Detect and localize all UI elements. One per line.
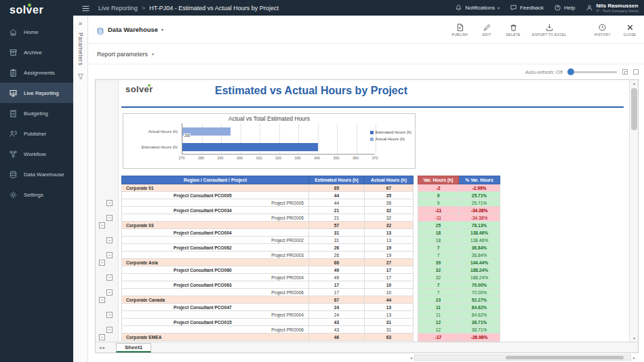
x-tick-label: 350 <box>329 156 343 160</box>
user-organization: IT - Tech Company Demo <box>597 9 639 13</box>
estimated-hours-cell: 24 <box>309 311 365 319</box>
auto-refresh-slider[interactable] <box>568 71 617 73</box>
var-hours-cell: -11 <box>418 214 459 222</box>
sidebar-item-archive[interactable]: Archive <box>0 42 73 62</box>
estimated-hours-cell: 57 <box>309 222 365 229</box>
var-hours-cell: 7 <box>418 244 459 252</box>
outline-collapse-button[interactable]: − <box>106 215 113 221</box>
x-tick-label: 320 <box>272 156 285 160</box>
estimated-hours-cell: 21 <box>309 207 365 214</box>
outline-collapse-button[interactable]: − <box>106 289 113 296</box>
legend-entry: Estimated Hours (h) <box>370 130 411 134</box>
outline-collapse-button[interactable]: − <box>106 200 113 206</box>
publish-button[interactable]: PUBLISH <box>452 22 468 37</box>
report-parameters-dropdown[interactable]: Report parameters ▾ <box>88 44 644 64</box>
actual-hours-cell: 31 <box>365 319 414 326</box>
scroll-down-icon[interactable]: ▼ <box>630 336 639 340</box>
estimated-hours-cell: 66 <box>309 259 365 266</box>
outline-collapse-button[interactable]: − <box>99 222 105 228</box>
chart-xticks: 270280290300310320330340350360370 <box>182 156 375 161</box>
y-category-label: Actual Hours (h) <box>148 129 178 134</box>
actual-hours-cell: 13 <box>365 237 414 244</box>
export-to-excel-button[interactable]: EXPORT TO EXCEL <box>532 22 567 37</box>
var-hours-cell: 11 <box>418 304 459 311</box>
outline-collapse-button[interactable]: − <box>106 237 113 243</box>
column-gap <box>414 252 418 259</box>
vertical-scrollbar[interactable]: ▲ ▼ <box>629 80 638 342</box>
bar-data-label: 295 <box>184 134 190 138</box>
fullscreen-icon[interactable] <box>633 69 639 75</box>
history-button[interactable]: HISTORY <box>595 22 611 37</box>
logo-accent-dot <box>148 84 150 87</box>
close-button[interactable]: CLOSE <box>622 22 637 37</box>
data-source-label: Data Warehouse <box>108 26 158 33</box>
bell-icon <box>455 4 462 12</box>
sidebar-item-label: Data Warehouse <box>24 172 64 178</box>
table-row: Project PRO0032619736.84% <box>122 252 500 259</box>
outline-collapse-button[interactable]: − <box>106 275 113 281</box>
estimated-hours-cell: 49 <box>309 266 365 274</box>
actual-hours-cell: 17 <box>365 266 414 274</box>
column-gap <box>414 266 418 274</box>
outline-collapse-button[interactable]: − <box>106 327 113 333</box>
close-icon <box>626 22 635 31</box>
row-label: Project PRO003 <box>122 252 309 259</box>
sidebar-item-home[interactable]: Home <box>0 22 73 42</box>
sidebar-item-live-reporting[interactable]: Live Reporting <box>0 83 73 103</box>
column-gap <box>414 237 418 244</box>
actual-hours-cell: 32 <box>365 207 414 214</box>
slider-knob[interactable] <box>567 68 574 75</box>
data-source-dropdown[interactable]: Data Warehouse ▾ <box>96 26 163 34</box>
outline-collapse-button[interactable]: − <box>99 334 105 340</box>
sidebar-item-label: Workflow <box>24 151 46 157</box>
estimated-hours-cell: 26 <box>309 252 365 259</box>
publisher-icon <box>9 129 18 138</box>
horizontal-scrollbar[interactable] <box>414 355 631 361</box>
scroll-up-icon[interactable]: ▲ <box>630 81 639 85</box>
outline-collapse-button[interactable]: − <box>106 312 113 318</box>
menu-icon[interactable] <box>81 3 90 12</box>
outline-collapse-button[interactable]: − <box>99 260 105 266</box>
legend-swatch <box>370 131 374 134</box>
sidebar-item-publisher[interactable]: Publisher <box>0 123 73 144</box>
user-menu[interactable]: Nils Rasmussen IT - Tech Company Demo <box>586 3 639 14</box>
estimated-hours-cell: 31 <box>309 237 365 244</box>
column-gap <box>414 311 418 319</box>
column-gap <box>414 326 418 334</box>
edit-button[interactable]: EDIT <box>479 22 494 37</box>
breadcrumb-section[interactable]: Live Reporting <box>98 5 138 12</box>
expand-parameters-icon[interactable]: » <box>79 20 83 27</box>
pop-out-icon[interactable] <box>622 69 628 75</box>
feedback-button[interactable]: Feedback <box>510 4 544 12</box>
sheet-nav-arrows[interactable]: ◂▸ <box>99 345 106 350</box>
sidebar-item-budgeting[interactable]: Budgeting <box>0 103 73 123</box>
var-hours-cell: -17 <box>418 334 459 341</box>
outline-collapse-button[interactable]: − <box>99 297 105 303</box>
sidebar-item-settings[interactable]: Settings <box>0 184 73 205</box>
notifications-button[interactable]: Notifications ▾ <box>455 4 500 12</box>
sidebar-item-workflow[interactable]: Workflow <box>0 144 73 164</box>
scroll-left-icon[interactable]: ◂ <box>408 355 414 360</box>
pct-var-cell: -35.14% <box>459 341 500 342</box>
report-logo: solver <box>125 84 153 94</box>
sheet-tab[interactable]: Sheet1 <box>116 343 151 353</box>
sidebar: solver HomeArchiveAssignmentsLive Report… <box>0 0 73 362</box>
sidebar-item-assignments[interactable]: Assignments <box>0 62 73 83</box>
sidebar-item-data-warehouse[interactable]: Data Warehouse <box>0 164 73 184</box>
help-button[interactable]: ? Help <box>554 4 575 12</box>
filter-icon[interactable] <box>77 71 85 79</box>
var-hours-cell: 9 <box>418 192 459 199</box>
pct-var-cell: 188.24% <box>459 266 500 274</box>
outline-collapse-button[interactable]: − <box>106 252 113 258</box>
row-label: Project Consultant PCO012 <box>122 341 309 342</box>
chart-gridline <box>357 123 357 154</box>
delete-button[interactable]: DELETE <box>506 22 521 37</box>
actual-hours-cell: 27 <box>365 259 414 266</box>
scrollbar-thumb[interactable] <box>631 88 637 130</box>
scrollbar-thumb[interactable] <box>506 356 624 359</box>
scroll-right-icon[interactable]: ▸ <box>631 355 637 360</box>
chart-bar <box>182 143 318 151</box>
var-hours-cell: 25 <box>418 222 459 229</box>
pct-var-cell: 38.71% <box>459 319 500 326</box>
topbar: Live Reporting > HT-PJ04 - Estimated vs … <box>73 0 644 16</box>
